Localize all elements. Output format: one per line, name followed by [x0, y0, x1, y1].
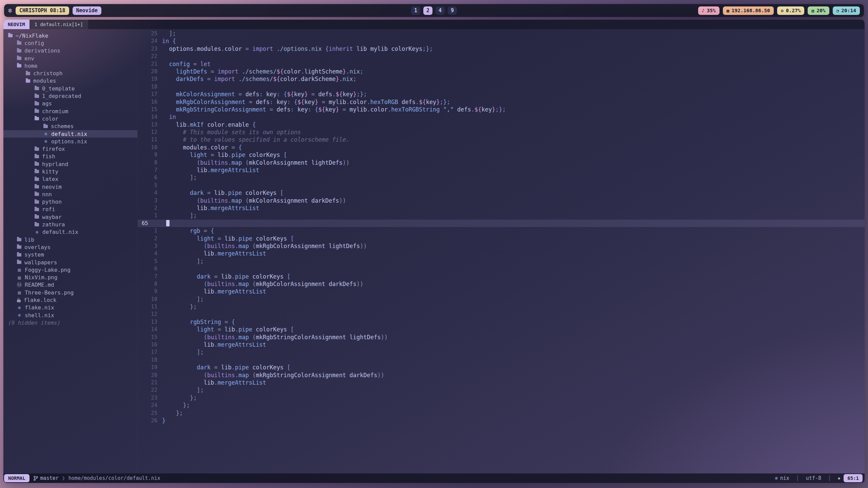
- editor-line[interactable]: 14 in: [138, 113, 865, 121]
- editor-line[interactable]: 20 (builtins.map (mkRgbStringColorAssign…: [138, 371, 865, 379]
- tab-default-nix[interactable]: 1 default.nix[1+]: [29, 20, 88, 29]
- tree-item-color[interactable]: color: [3, 115, 137, 122]
- editor-line[interactable]: 6 ];: [138, 174, 865, 181]
- editor-line[interactable]: 1 ];: [138, 212, 865, 219]
- editor-line[interactable]: 12: [138, 310, 865, 318]
- editor-line[interactable]: 7 lib.mergeAttrsList: [138, 166, 865, 174]
- tree-item-nixflake[interactable]: ~/NixFlake: [3, 32, 137, 39]
- tree-item-lib[interactable]: lib: [3, 236, 137, 243]
- tree-item-schemes[interactable]: schemes: [3, 123, 137, 130]
- editor-line[interactable]: 21 config = let: [138, 60, 865, 68]
- workspace-2[interactable]: 2: [423, 6, 433, 15]
- cpu-pill[interactable]: ⚙0.27%: [777, 6, 804, 15]
- tree-item-env[interactable]: env: [3, 55, 137, 62]
- tree-item-modules[interactable]: modules: [3, 77, 137, 85]
- editor-line[interactable]: 9 light = lib.pipe colorKeys [: [138, 151, 865, 159]
- tree-item-foggy-lake-png[interactable]: ▨Foggy-Lake.png: [3, 266, 137, 273]
- editor-line[interactable]: 21 lib.mergeAttrsList: [138, 379, 865, 386]
- tree-item-readme-md[interactable]: ⓂREADME.md: [3, 281, 137, 289]
- editor-line[interactable]: 3 (builtins.map (mkRgbColorAssignment li…: [138, 242, 865, 250]
- editor-line[interactable]: 14 light = lib.pipe colorKeys [: [138, 326, 865, 333]
- tree-item-home[interactable]: home: [3, 62, 137, 69]
- editor-line[interactable]: 2 light = lib.pipe colorKeys [: [138, 235, 865, 242]
- editor-line[interactable]: 17 ];: [138, 348, 865, 356]
- editor-line[interactable]: 19 dark = lib.pipe colorKeys [: [138, 364, 865, 371]
- editor-line[interactable]: 10 ];: [138, 296, 865, 303]
- editor-line[interactable]: 65: [138, 220, 865, 227]
- tree-item-overlays[interactable]: overlays: [3, 243, 137, 251]
- editor-line[interactable]: 16 lib.mergeAttrsList: [138, 341, 865, 348]
- editor-line[interactable]: 15 mkRgbStringColorAssignment = defs: ke…: [138, 106, 865, 113]
- editor-line[interactable]: 12 # This module sets its own options: [138, 128, 865, 136]
- workspace-1[interactable]: 1: [411, 6, 420, 15]
- tree-item-default-nix[interactable]: ❄default.nix: [3, 228, 137, 236]
- editor-line[interactable]: 24in {: [138, 37, 865, 45]
- editor-line[interactable]: 3 (builtins.map (mkColorAssignment darkD…: [138, 197, 865, 204]
- clock-pill[interactable]: ◔20:14: [833, 6, 860, 15]
- tree-item-fish[interactable]: fish: [3, 153, 137, 160]
- editor-line[interactable]: 13 lib.mkIf color.enable {: [138, 121, 865, 128]
- tree-item-hyprland[interactable]: hyprland: [3, 160, 137, 168]
- tree-item-zathura[interactable]: zathura: [3, 221, 137, 228]
- editor-line[interactable]: 26}: [138, 417, 865, 424]
- editor-line[interactable]: 18: [138, 83, 865, 90]
- editor-line[interactable]: 1 rgb = {: [138, 227, 865, 235]
- tree-item-waybar[interactable]: waybar: [3, 213, 137, 221]
- tree-item-python[interactable]: python: [3, 198, 137, 206]
- volume-pill[interactable]: ♪35%: [698, 6, 719, 15]
- editor-line[interactable]: 20 lightDefs = import ./schemes/${color.…: [138, 68, 865, 75]
- editor-line[interactable]: 10 modules.color = {: [138, 144, 865, 151]
- editor-line[interactable]: 8 (builtins.map (mkColorAssignment light…: [138, 159, 865, 166]
- tree-item-neovim[interactable]: neovim: [3, 183, 137, 190]
- tree-item-chromium[interactable]: chromium: [3, 107, 137, 115]
- editor-line[interactable]: 19 darkDefs = import ./schemes/${color.d…: [138, 75, 865, 83]
- tree-item-nnn[interactable]: nnn: [3, 190, 137, 198]
- tree-item-nixvim-png[interactable]: ▨NixVim.png: [3, 274, 137, 281]
- editor-line[interactable]: 2 lib.mergeAttrsList: [138, 204, 865, 212]
- workspace-9[interactable]: 9: [448, 6, 457, 15]
- tree-item-flake-nix[interactable]: ❄flake.nix: [3, 304, 137, 311]
- tree-item-wallpapers[interactable]: wallpapers: [3, 259, 137, 266]
- tree-item-options-nix[interactable]: ❄options.nix: [3, 138, 137, 145]
- editor-line[interactable]: 6: [138, 265, 865, 272]
- editor-line[interactable]: 24 };: [138, 402, 865, 409]
- tree-item-three-bears-png[interactable]: ▨Three-Bears.png: [3, 289, 137, 296]
- editor-line[interactable]: 22: [138, 53, 865, 60]
- workspace-4[interactable]: 4: [436, 6, 445, 15]
- tree-item-flake-lock[interactable]: flake.lock: [3, 296, 137, 304]
- tree-item-config[interactable]: config: [3, 39, 137, 47]
- tree-item-shell-nix[interactable]: ❄shell.nix: [3, 311, 137, 319]
- editor-line[interactable]: 15 (builtins.map (mkRgbStringColorAssign…: [138, 333, 865, 341]
- tree-item-0-template[interactable]: 0_template: [3, 85, 137, 92]
- editor-line[interactable]: 4 dark = lib.pipe colorKeys [: [138, 189, 865, 197]
- editor-line[interactable]: 7 dark = lib.pipe colorKeys [: [138, 273, 865, 280]
- memory-pill[interactable]: ▤20%: [808, 6, 829, 15]
- tree-item-latex[interactable]: latex: [3, 176, 137, 183]
- editor-line[interactable]: 23 options.modules.color = import ./opti…: [138, 45, 865, 53]
- editor-line[interactable]: 23 };: [138, 394, 865, 402]
- editor-line[interactable]: 25 };: [138, 409, 865, 417]
- tree-item-system[interactable]: system: [3, 251, 137, 259]
- editor-line[interactable]: 22 ];: [138, 386, 865, 394]
- editor-line[interactable]: 4 lib.mergeAttrsList: [138, 250, 865, 257]
- editor-line[interactable]: 17 mkColorAssignment = defs: key: {${key…: [138, 90, 865, 98]
- tree-item-kitty[interactable]: kitty: [3, 168, 137, 175]
- tree-item-ags[interactable]: ags: [3, 100, 137, 107]
- tree-item-firefox[interactable]: firefox: [3, 145, 137, 152]
- tree-item-rofi[interactable]: rofi: [3, 206, 137, 213]
- editor-line[interactable]: 5: [138, 182, 865, 189]
- editor-line[interactable]: 8 (builtins.map (mkRgbColorAssignment da…: [138, 280, 865, 288]
- network-pill[interactable]: ▦192.168.86.50: [723, 6, 774, 15]
- editor-line[interactable]: 16 mkRgbColorAssignment = defs: key: {${…: [138, 98, 865, 106]
- editor-line[interactable]: 11 };: [138, 303, 865, 310]
- editor-lines[interactable]: 25 ];24in {23 options.modules.color = im…: [138, 29, 865, 473]
- editor-line[interactable]: 5 ];: [138, 258, 865, 265]
- editor-line[interactable]: 25 ];: [138, 30, 865, 37]
- editor-line[interactable]: 9 lib.mergeAttrsList: [138, 288, 865, 295]
- editor-line[interactable]: 11 # to the values specified in a colors…: [138, 136, 865, 143]
- tree-item-1-deprecated[interactable]: 1_deprecated: [3, 92, 137, 100]
- editor-line[interactable]: 18: [138, 356, 865, 364]
- tree-item-default-nix[interactable]: ❄default.nix: [3, 130, 137, 138]
- editor-line[interactable]: 13 rgbString = {: [138, 318, 865, 326]
- tree-item-derivations[interactable]: derivations: [3, 47, 137, 55]
